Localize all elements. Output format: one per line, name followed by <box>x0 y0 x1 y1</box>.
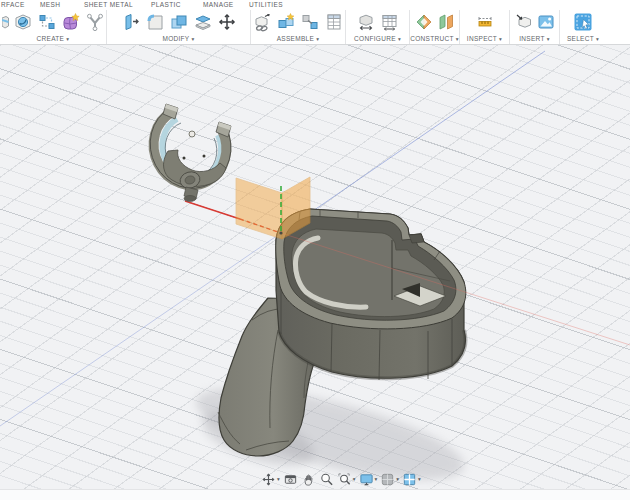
chevron-down-icon: ▾ <box>398 36 401 42</box>
configuration-icon[interactable] <box>356 12 376 32</box>
orbit-button[interactable]: ▾ <box>261 472 280 487</box>
pan-button[interactable] <box>301 472 316 487</box>
fit-button[interactable]: ▾ <box>337 472 356 487</box>
fusion360-window: RFACE MESH SHEET METAL PLASTIC MANAGE UT… <box>0 0 630 500</box>
chevron-down-icon: ▾ <box>499 36 502 42</box>
tab-sheet-metal[interactable]: SHEET METAL <box>84 0 133 10</box>
chevron-down-icon: ▾ <box>547 36 550 42</box>
create-form-icon[interactable] <box>61 12 81 32</box>
tab-mesh[interactable]: MESH <box>40 0 60 10</box>
grid-settings-icon <box>380 472 395 487</box>
origin-point[interactable] <box>279 231 282 234</box>
press-pull-icon[interactable] <box>121 12 141 32</box>
insert-dropdown[interactable]: INSERT ▾ <box>519 34 550 44</box>
offset-plane-icon[interactable] <box>414 12 434 32</box>
chevron-down-icon: ▾ <box>396 476 399 482</box>
form-box-icon[interactable] <box>13 12 33 32</box>
assemble-dropdown[interactable]: ASSEMBLE ▾ <box>277 34 320 44</box>
tab-manage[interactable]: MANAGE <box>203 0 234 10</box>
chevron-down-icon: ▾ <box>596 36 599 42</box>
chevron-down-icon: ▾ <box>277 476 280 482</box>
chevron-down-icon: ▾ <box>353 476 356 482</box>
toolbar-group-insert: INSERT ▾ <box>510 10 560 44</box>
chevron-down-icon: ▾ <box>456 36 459 42</box>
toolbar-group-create: CREATE ▾ <box>0 10 107 44</box>
display-settings-button[interactable]: ▾ <box>359 472 378 487</box>
zoom-icon <box>319 472 334 487</box>
construct-dropdown[interactable]: CONSTRUCT ▾ <box>410 34 459 44</box>
viewports-icon <box>402 472 417 487</box>
view-navbar: ▾ ▾ <box>261 470 421 488</box>
tab-plastic[interactable]: PLASTIC <box>151 0 181 10</box>
select-icon[interactable] <box>573 12 593 32</box>
inspect-dropdown[interactable]: INSPECT ▾ <box>467 34 502 44</box>
model-body-clip[interactable] <box>150 104 231 202</box>
rigid-group-icon[interactable] <box>300 12 320 32</box>
toolbar-group-configure: CONFIGURE ▾ <box>346 10 410 44</box>
pan-icon <box>301 472 316 487</box>
configure-dropdown[interactable]: CONFIGURE ▾ <box>354 34 401 44</box>
viewport-canvas[interactable] <box>0 45 630 490</box>
config-table-icon[interactable] <box>380 12 400 32</box>
insert-mesh-icon[interactable] <box>514 12 534 32</box>
cropped-icon[interactable] <box>2 12 9 32</box>
toolbar-group-select: SELECT ▾ <box>560 10 606 44</box>
edit-form-icon[interactable] <box>37 12 57 32</box>
canvas-icon[interactable] <box>536 12 556 32</box>
new-component-icon[interactable] <box>252 12 272 32</box>
toolbar-group-construct: CONSTRUCT ▾ <box>410 10 460 44</box>
chevron-down-icon: ▾ <box>418 476 421 482</box>
scene-3d <box>0 45 630 490</box>
toolbar-group-inspect: INSPECT ▾ <box>460 10 510 44</box>
fit-icon <box>337 472 352 487</box>
ribbon-tabbar: RFACE MESH SHEET METAL PLASTIC MANAGE UT… <box>0 0 630 10</box>
modify-dropdown[interactable]: MODIFY ▾ <box>162 34 194 44</box>
fillet-icon[interactable] <box>145 12 165 32</box>
origin-planes[interactable] <box>236 177 310 239</box>
tab-surface[interactable]: RFACE <box>1 0 25 10</box>
combine-icon[interactable] <box>169 12 189 32</box>
chevron-down-icon: ▾ <box>316 36 319 42</box>
tab-utilities[interactable]: UTILITIES <box>249 0 283 10</box>
orbit-icon <box>261 472 276 487</box>
joint-icon[interactable] <box>276 12 296 32</box>
timeline-strip <box>0 489 630 500</box>
grid-settings-button[interactable]: ▾ <box>380 472 399 487</box>
display-settings-icon <box>359 472 374 487</box>
look-at-button[interactable] <box>283 472 298 487</box>
chevron-down-icon: ▾ <box>375 476 378 482</box>
move-icon[interactable] <box>217 12 237 32</box>
split-body-icon[interactable] <box>193 12 213 32</box>
pipe-icon[interactable] <box>85 12 105 32</box>
toolbar-group-assemble: ASSEMBLE ▾ <box>251 10 346 44</box>
midplane-icon[interactable] <box>436 12 456 32</box>
zoom-button[interactable] <box>319 472 334 487</box>
select-dropdown[interactable]: SELECT ▾ <box>567 34 599 44</box>
create-dropdown[interactable]: CREATE ▾ <box>37 34 70 44</box>
model-body-cup[interactable] <box>276 209 466 380</box>
measure-icon[interactable] <box>475 12 495 32</box>
look-at-icon <box>283 472 298 487</box>
bom-table-icon[interactable] <box>324 12 344 32</box>
chevron-down-icon: ▾ <box>192 36 195 42</box>
chevron-down-icon: ▾ <box>66 36 69 42</box>
viewports-button[interactable]: ▾ <box>402 472 421 487</box>
toolbar-group-modify: MODIFY ▾ <box>107 10 251 44</box>
ribbon-toolbar: CREATE ▾ <box>0 10 630 45</box>
